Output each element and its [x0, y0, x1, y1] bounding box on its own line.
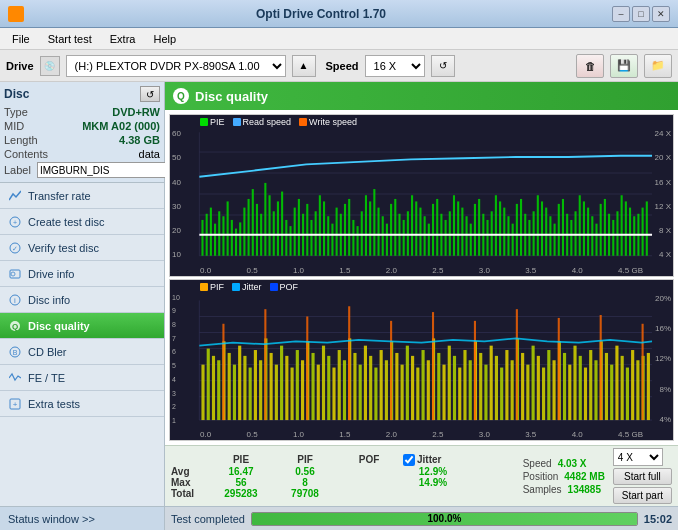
refresh-drive-button[interactable]: ↺ — [431, 55, 455, 77]
progress-time: 15:02 — [644, 513, 672, 525]
save-button[interactable]: 📁 — [644, 54, 672, 78]
svg-rect-73 — [415, 201, 417, 255]
svg-rect-192 — [479, 352, 482, 419]
chart2-y-axis-right: 20%16%12%8%4% — [655, 294, 671, 425]
jitter-checkbox[interactable] — [403, 454, 415, 466]
chart1: PIE Read speed Write speed 60 50 40 — [169, 114, 674, 277]
sidebar-item-disc-quality[interactable]: Q Disc quality — [0, 313, 164, 339]
disc-length-row: Length 4.38 GB — [4, 134, 160, 146]
eject-button[interactable]: ▲ — [292, 55, 316, 77]
svg-rect-81 — [449, 211, 451, 255]
svg-rect-122 — [621, 195, 623, 255]
speed-select[interactable]: 16 X — [365, 55, 425, 77]
sidebar-item-create-test-disc-label: Create test disc — [28, 216, 104, 228]
disc-contents-value: data — [139, 148, 160, 160]
svg-rect-101 — [533, 211, 535, 255]
svg-rect-227 — [306, 316, 308, 420]
disc-contents-row: Contents data — [4, 148, 160, 160]
menu-file[interactable]: File — [4, 31, 38, 47]
svg-text:i: i — [14, 296, 16, 305]
legend-write-speed: Write speed — [299, 117, 357, 127]
disc-length-value: 4.38 GB — [119, 134, 160, 146]
menu-extra[interactable]: Extra — [102, 31, 144, 47]
svg-rect-102 — [537, 195, 539, 255]
sidebar-item-create-test-disc[interactable]: + Create test disc — [0, 209, 164, 235]
svg-rect-64 — [377, 208, 379, 256]
svg-rect-169 — [359, 364, 362, 419]
sidebar-item-verify-test-disc[interactable]: ✓ Verify test disc — [0, 235, 164, 261]
sidebar-item-disc-info-label: Disc info — [28, 294, 70, 306]
legend-pof-label: POF — [280, 282, 299, 292]
svg-rect-22 — [201, 220, 203, 256]
maximize-button[interactable]: □ — [632, 6, 650, 22]
menu-help[interactable]: Help — [145, 31, 184, 47]
svg-text:✓: ✓ — [12, 245, 18, 252]
svg-rect-27 — [222, 216, 224, 256]
disc-label-input[interactable] — [37, 162, 170, 178]
speed-label: Speed — [326, 60, 359, 72]
sidebar-item-extra-tests[interactable]: + Extra tests — [0, 391, 164, 417]
samples-label: Samples — [523, 484, 562, 495]
svg-rect-218 — [615, 345, 618, 419]
burn-button[interactable]: 💾 — [610, 54, 638, 78]
svg-rect-172 — [374, 367, 377, 420]
svg-rect-210 — [573, 345, 576, 419]
disc-type-row: Type DVD+RW — [4, 106, 160, 118]
svg-rect-56 — [344, 204, 346, 256]
sidebar-item-cd-bler[interactable]: B CD Bler — [0, 339, 164, 365]
svg-rect-53 — [331, 224, 333, 256]
svg-rect-96 — [512, 224, 514, 256]
erase-button[interactable]: 🗑 — [576, 54, 604, 78]
speed-row: Speed 4.03 X — [523, 458, 605, 469]
svg-rect-75 — [424, 216, 426, 256]
scan-speed-select[interactable]: 4 X — [613, 448, 663, 466]
progress-area: Test completed 100.0% 15:02 — [165, 506, 678, 530]
svg-rect-57 — [348, 199, 350, 256]
minimize-button[interactable]: – — [612, 6, 630, 22]
svg-rect-41 — [281, 192, 283, 256]
start-full-button[interactable]: Start full — [613, 468, 672, 485]
sidebar-item-transfer-rate[interactable]: Transfer rate — [0, 183, 164, 209]
status-window-button[interactable]: Status window >> — [0, 506, 164, 530]
menu-start-test[interactable]: Start test — [40, 31, 100, 47]
close-button[interactable]: ✕ — [652, 6, 670, 22]
stats-header-pof: POF — [339, 454, 399, 466]
svg-rect-83 — [457, 201, 459, 255]
svg-rect-58 — [352, 220, 354, 256]
svg-rect-117 — [600, 204, 602, 256]
disc-refresh-button[interactable]: ↺ — [140, 86, 160, 102]
svg-rect-150 — [259, 360, 262, 420]
svg-rect-148 — [249, 367, 252, 420]
sidebar-item-drive-info[interactable]: Drive info — [0, 261, 164, 287]
legend-read-speed-dot — [233, 118, 241, 126]
stats-total-pif: 79708 — [275, 488, 335, 499]
svg-rect-170 — [364, 345, 367, 419]
sidebar-item-fe-te[interactable]: FE / TE — [0, 365, 164, 391]
drive-select[interactable]: (H:) PLEXTOR DVDR PX-890SA 1.00 — [66, 55, 286, 77]
sidebar-item-disc-info[interactable]: i Disc info — [0, 287, 164, 313]
svg-rect-194 — [490, 345, 493, 419]
start-part-button[interactable]: Start part — [613, 487, 672, 504]
chart2-x-axis: 0.00.51.01.52.02.53.03.54.04.5 GB — [200, 430, 643, 439]
svg-rect-225 — [222, 323, 224, 419]
disc-contents-label: Contents — [4, 148, 48, 160]
drive-icon: 💿 — [40, 56, 60, 76]
charts-container: PIE Read speed Write speed 60 50 40 — [165, 110, 678, 445]
svg-rect-34 — [252, 189, 254, 256]
svg-rect-177 — [401, 364, 404, 419]
svg-rect-43 — [289, 226, 291, 256]
svg-rect-48 — [310, 220, 312, 256]
svg-rect-91 — [491, 211, 493, 255]
svg-rect-77 — [432, 204, 434, 256]
legend-pif: PIF — [200, 282, 224, 292]
legend-write-speed-label: Write speed — [309, 117, 357, 127]
svg-rect-65 — [382, 216, 384, 256]
svg-rect-125 — [633, 216, 635, 256]
svg-rect-32 — [243, 208, 245, 256]
disc-mid-value: MKM A02 (000) — [82, 120, 160, 132]
svg-rect-112 — [579, 195, 581, 255]
disc-quality-icon: Q — [8, 319, 22, 333]
svg-rect-208 — [563, 352, 566, 419]
sidebar-item-verify-test-disc-label: Verify test disc — [28, 242, 99, 254]
svg-rect-221 — [631, 350, 634, 420]
